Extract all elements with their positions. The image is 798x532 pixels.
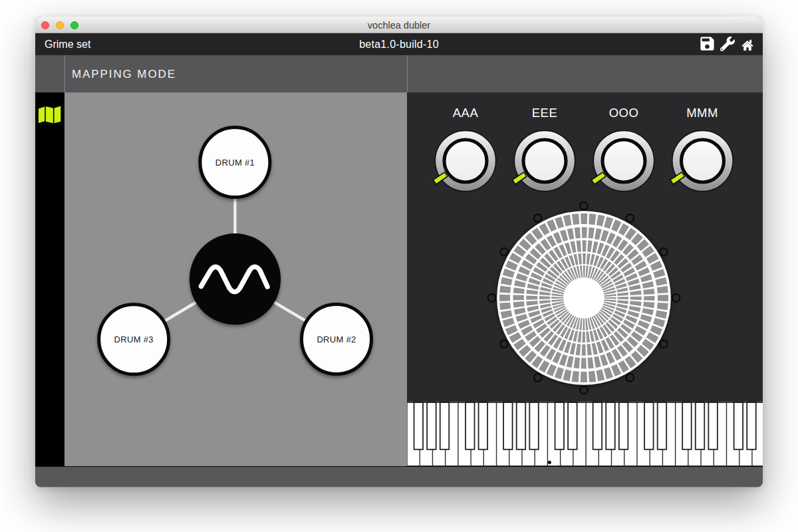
svg-text:DRUM #1: DRUM #1: [215, 158, 254, 168]
svg-text:AAA: AAA: [453, 106, 479, 120]
svg-text:DRUM #3: DRUM #3: [114, 334, 153, 344]
svg-text:OOO: OOO: [609, 106, 639, 120]
svg-text:MMM: MMM: [686, 106, 718, 120]
svg-text:DRUM #2: DRUM #2: [317, 334, 356, 344]
svg-text:EEE: EEE: [532, 106, 558, 120]
